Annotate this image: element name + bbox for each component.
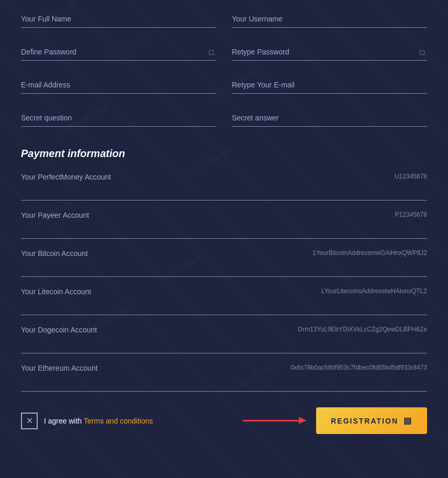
email-input[interactable] bbox=[21, 76, 216, 94]
payment-input-5[interactable] bbox=[21, 374, 427, 387]
payment-input-2[interactable] bbox=[21, 260, 427, 272]
full-name-input[interactable] bbox=[21, 10, 216, 28]
close-icon: ✕ bbox=[26, 416, 33, 426]
retype-password-eye-icon[interactable]: □ bbox=[420, 48, 424, 57]
agree-container: ✕ I agree with Terms and conditions bbox=[21, 413, 153, 429]
payment-input-3[interactable] bbox=[21, 298, 427, 310]
payment-field-4: Drm13YuL9EbYDiXVkLcCZg2QewDLBPH6ZeYour D… bbox=[21, 326, 427, 353]
payment-input-1[interactable] bbox=[21, 221, 427, 234]
payment-hint-2: 1YourBitcoinAddressmwGAiHnxQWP8J2 bbox=[312, 249, 427, 257]
payment-hint-5: 0x6c78b0ac68bf953c7fdbec0fd65bd5df933r84… bbox=[290, 364, 427, 371]
retype-password-field: □ bbox=[232, 43, 427, 61]
register-button[interactable]: REGISTRATION ▤ bbox=[316, 407, 427, 434]
payment-section: Payment information U12345678Your Perfec… bbox=[21, 148, 427, 392]
payment-hint-4: Drm13YuL9EbYDiXVkLcCZg2QewDLBPH6Ze bbox=[298, 326, 427, 333]
secret-question-field bbox=[21, 109, 216, 127]
define-password-input[interactable] bbox=[21, 43, 216, 61]
secret-answer-input[interactable] bbox=[232, 109, 427, 127]
arrow-container: REGISTRATION ▤ bbox=[163, 407, 427, 434]
red-arrow bbox=[243, 420, 306, 421]
retype-password-input[interactable] bbox=[232, 43, 427, 61]
retype-email-input[interactable] bbox=[232, 76, 427, 94]
payment-input-4[interactable] bbox=[21, 336, 427, 349]
terms-link[interactable]: Terms and conditions bbox=[84, 417, 153, 425]
define-password-eye-icon[interactable]: □ bbox=[209, 48, 214, 57]
terms-checkbox[interactable]: ✕ bbox=[21, 413, 38, 429]
payment-field-0: U12345678Your PerfectMoney Account bbox=[21, 173, 427, 201]
secret-question-input[interactable] bbox=[21, 109, 216, 127]
arrow-line bbox=[243, 420, 306, 421]
payment-field-1: P12345678Your Payeer Account bbox=[21, 211, 427, 239]
payment-hint-0: U12345678 bbox=[395, 173, 427, 180]
email-field bbox=[21, 76, 216, 94]
payment-label-1: Your Payeer Account bbox=[21, 211, 427, 219]
payment-hint-1: P12345678 bbox=[395, 211, 427, 218]
secret-answer-field bbox=[232, 109, 427, 127]
payment-label-0: Your PerfectMoney Account bbox=[21, 173, 427, 181]
payment-input-0[interactable] bbox=[21, 183, 427, 196]
full-name-field bbox=[21, 10, 216, 28]
payment-field-2: 1YourBitcoinAddressmwGAiHnxQWP8J2Your Bi… bbox=[21, 249, 427, 277]
username-input[interactable] bbox=[232, 10, 427, 28]
payment-field-5: 0x6c78b0ac68bf953c7fdbec0fd65bd5df933r84… bbox=[21, 364, 427, 392]
payment-field-3: LYourLitecoinsAddresstwHAionxQTL2Your Li… bbox=[21, 287, 427, 315]
retype-email-field bbox=[232, 76, 427, 94]
register-icon: ▤ bbox=[404, 416, 412, 426]
bottom-bar: ✕ I agree with Terms and conditions REGI… bbox=[21, 407, 427, 434]
define-password-field: □ bbox=[21, 43, 216, 61]
payment-section-title: Payment information bbox=[21, 148, 427, 160]
register-button-label: REGISTRATION bbox=[331, 417, 398, 425]
agree-text: I agree with Terms and conditions bbox=[44, 417, 153, 425]
username-field bbox=[232, 10, 427, 28]
payment-hint-3: LYourLitecoinsAddresstwHAionxQTL2 bbox=[321, 287, 427, 295]
